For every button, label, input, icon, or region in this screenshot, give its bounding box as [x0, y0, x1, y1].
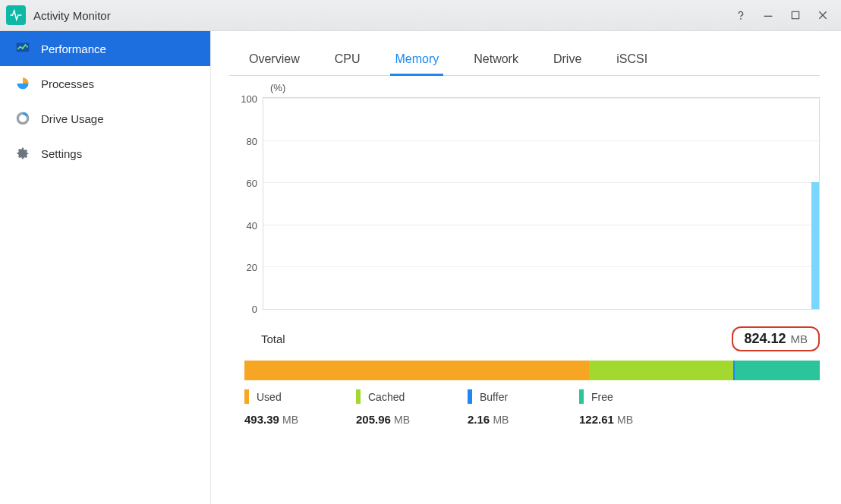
- chart-plot-area: 100 80 60 40 20 0: [263, 97, 820, 310]
- y-tick: 20: [247, 262, 263, 273]
- y-tick: 60: [247, 178, 263, 189]
- legend-swatch: [579, 389, 584, 404]
- y-tick: 40: [247, 219, 263, 231]
- legend-swatch: [468, 389, 472, 404]
- gear-icon: [14, 144, 32, 162]
- memory-legend: Used493.39 MBCached205.96 MBBuffer2.16 M…: [244, 389, 820, 426]
- legend-value: 2.16 MB: [468, 413, 579, 426]
- sidebar-item-label: Settings: [41, 147, 82, 160]
- minimize-button[interactable]: [759, 6, 777, 24]
- stacked-seg-free: [735, 361, 820, 380]
- svg-point-0: [741, 18, 742, 19]
- legend-item-buffer: Buffer2.16 MB: [468, 389, 579, 426]
- total-unit: MB: [791, 332, 808, 345]
- stacked-seg-used: [244, 361, 589, 380]
- sidebar-item-drive-usage[interactable]: Drive Usage: [0, 101, 210, 136]
- memory-chart: (%) 100 80 60 40 20 0: [229, 97, 820, 310]
- legend-value: 205.96 MB: [356, 413, 468, 426]
- total-row: Total 824.12 MB: [261, 326, 820, 351]
- drive-usage-icon: [14, 109, 32, 128]
- performance-icon: [14, 39, 32, 58]
- stacked-seg-cached: [589, 361, 733, 380]
- legend-label: Used: [257, 391, 282, 403]
- legend-value: 122.61 MB: [579, 413, 691, 426]
- window-title: Activity Monitor: [33, 9, 732, 22]
- main-content: Overview CPU Memory Network Drive iSCSI …: [211, 31, 841, 504]
- chart-current-sample: [811, 182, 819, 309]
- memory-stacked-bar: [244, 361, 820, 380]
- tab-drive[interactable]: Drive: [553, 52, 581, 75]
- titlebar: Activity Monitor: [0, 0, 841, 31]
- total-value-callout: 824.12 MB: [732, 326, 820, 351]
- sidebar-item-performance[interactable]: Performance: [0, 31, 210, 66]
- sidebar-item-label: Drive Usage: [41, 112, 104, 125]
- legend-value: 493.39 MB: [244, 413, 356, 426]
- tab-overview[interactable]: Overview: [249, 52, 300, 75]
- legend-label: Buffer: [480, 391, 508, 403]
- sidebar: Performance Processes Drive Usage: [0, 31, 211, 504]
- total-label: Total: [261, 332, 285, 345]
- maximize-button[interactable]: [786, 6, 805, 24]
- y-axis-unit: (%): [270, 82, 285, 93]
- total-value: 824.12: [744, 331, 786, 347]
- tab-iscsi[interactable]: iSCSI: [616, 52, 647, 75]
- y-tick: 100: [241, 93, 263, 105]
- tab-bar: Overview CPU Memory Network Drive iSCSI: [229, 31, 820, 76]
- legend-item-cached: Cached205.96 MB: [356, 389, 468, 426]
- processes-icon: [14, 74, 32, 93]
- svg-rect-2: [792, 11, 798, 18]
- y-tick: 80: [247, 135, 263, 146]
- legend-item-free: Free122.61 MB: [579, 389, 691, 426]
- legend-label: Free: [591, 391, 613, 403]
- legend-item-used: Used493.39 MB: [244, 389, 356, 426]
- legend-swatch: [356, 389, 361, 404]
- help-button[interactable]: [732, 6, 750, 24]
- tab-network[interactable]: Network: [474, 52, 518, 75]
- sidebar-item-settings[interactable]: Settings: [0, 136, 210, 171]
- tab-memory[interactable]: Memory: [395, 52, 439, 75]
- legend-label: Cached: [368, 391, 405, 403]
- y-tick: 0: [252, 304, 263, 315]
- window-controls: [732, 6, 836, 24]
- sidebar-item-label: Performance: [41, 43, 106, 55]
- sidebar-item-label: Processes: [41, 77, 94, 90]
- app-icon: [6, 5, 26, 25]
- close-button[interactable]: [814, 6, 832, 24]
- legend-swatch: [244, 389, 249, 404]
- tab-cpu[interactable]: CPU: [335, 52, 361, 75]
- sidebar-item-processes[interactable]: Processes: [0, 66, 210, 101]
